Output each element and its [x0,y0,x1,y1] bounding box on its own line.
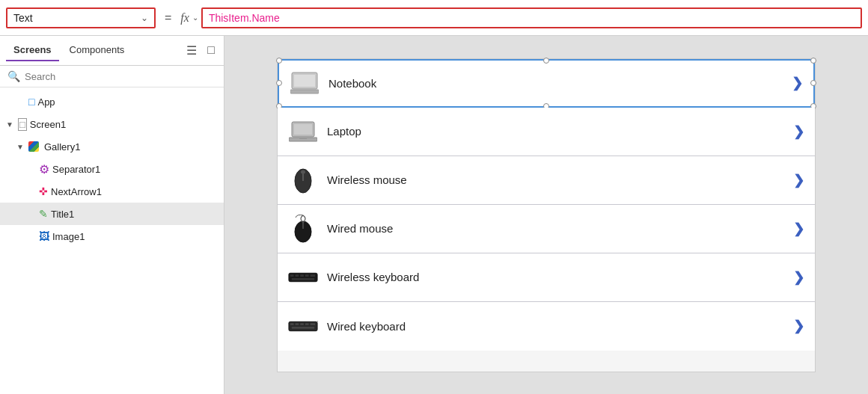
tree-label-image: Image1 [52,231,85,242]
wireless-keyboard-svg [288,271,318,283]
wireless-mouse-image [288,167,318,194]
gallery-icon [28,141,39,152]
handle-tl[interactable] [276,58,282,64]
property-selector[interactable]: Text ⌄ [6,7,156,28]
tree-item-nextarrow1[interactable]: ✜ NextArrow1 [0,180,224,203]
main-area: Screens Components ☰ □ 🔍 □ App ▼ □ Scree… [0,36,868,394]
search-box: 🔍 [0,66,224,87]
laptop-image [288,118,318,145]
wireless-mouse-label: Wireless mouse [327,173,784,186]
gallery-frame: Notebook ❯ Laptop ❯ [277,58,816,372]
svg-rect-20 [290,323,294,325]
list-view-icon[interactable]: ☰ [183,42,200,59]
title-icon: ✎ [39,208,48,220]
laptop-label: Laptop [327,125,784,138]
svg-rect-25 [292,327,314,329]
wired-mouse-image [288,215,318,242]
svg-rect-2 [290,90,319,93]
wired-keyboard-image [288,313,318,339]
svg-rect-6 [299,138,307,139]
nextarrow-icon: ✜ [39,185,48,197]
image-icon: 🖼 [39,230,49,242]
notebook-svg [290,71,319,95]
search-icon: 🔍 [7,70,20,82]
formula-value: ThisItem.Name [209,12,280,24]
property-dropdown-arrow[interactable]: ⌄ [141,13,148,23]
wired-mouse-label: Wired mouse [327,222,784,235]
separator-icon: ⚙ [39,162,49,176]
svg-rect-22 [300,323,304,325]
tree-toggle-title [27,210,36,218]
tree-toggle-image [27,233,36,241]
gallery-item-notebook[interactable]: Notebook ❯ [278,59,815,108]
wireless-keyboard-arrow: ❯ [793,269,804,286]
grid-view-icon[interactable]: □ [204,42,218,59]
notebook-label: Notebook [328,77,783,90]
svg-rect-15 [300,274,304,277]
gallery-item-wired-mouse[interactable]: Wired mouse ❯ [278,205,815,253]
tree-item-screen1[interactable]: ▼ □ Screen1 [0,113,224,135]
tree-item-gallery1[interactable]: ▼ Gallery1 [0,135,224,158]
handle-mr[interactable] [810,80,816,86]
svg-rect-16 [305,274,309,277]
canvas-area: Notebook ❯ Laptop ❯ [224,36,868,394]
svg-rect-19 [289,321,317,330]
wireless-keyboard-image [288,264,318,291]
gallery-item-wireless-keyboard[interactable]: Wireless keyboard ❯ [278,253,815,302]
app-icon: □ [28,96,34,108]
tree-item-title1[interactable]: ✎ Title1 [0,203,224,225]
tree-label-nextarrow: NextArrow1 [51,186,102,197]
left-panel: Screens Components ☰ □ 🔍 □ App ▼ □ Scree… [0,36,224,394]
notebook-image [290,70,320,96]
tree-area: □ App ▼ □ Screen1 ▼ Gallery1 ⚙ Separator… [0,87,224,394]
handle-ml[interactable] [276,80,282,86]
svg-rect-12 [289,273,317,281]
tree-toggle-app [16,98,25,106]
svg-rect-13 [290,274,294,277]
tree-toggle-gallery1: ▼ [16,143,25,151]
svg-rect-14 [296,274,299,277]
tree-label-gallery1: Gallery1 [44,141,80,153]
fx-dropdown-arrow[interactable]: ⌄ [192,13,198,22]
svg-rect-18 [292,277,314,280]
wired-keyboard-arrow: ❯ [793,318,804,334]
laptop-svg [289,120,317,144]
formula-bar: fx ⌄ ThisItem.Name [180,7,862,28]
top-bar: Text ⌄ = fx ⌄ ThisItem.Name [0,0,868,36]
laptop-arrow: ❯ [793,123,804,140]
search-input[interactable] [25,71,216,82]
tab-screens[interactable]: Screens [6,40,59,61]
tab-components[interactable]: Components [62,40,132,61]
tree-item-app[interactable]: □ App [0,90,224,113]
tree-label-app: App [37,96,55,108]
tabs-row: Screens Components ☰ □ [0,36,224,66]
handle-tr[interactable] [810,58,816,64]
svg-rect-4 [294,124,312,135]
tree-toggle-nextarrow [27,188,36,196]
handle-tm[interactable] [543,58,549,64]
tree-label-title: Title1 [51,209,74,220]
svg-rect-23 [305,323,309,325]
tree-item-image1[interactable]: 🖼 Image1 [0,225,224,247]
wired-mouse-arrow: ❯ [793,221,804,237]
wireless-mouse-arrow: ❯ [793,172,804,188]
tree-label-screen1: Screen1 [30,119,66,130]
formula-input[interactable]: ThisItem.Name [201,7,862,28]
equals-sign: = [162,11,174,25]
svg-point-9 [301,170,305,173]
wireless-mouse-svg [293,166,314,194]
screen-icon: □ [18,118,27,131]
svg-rect-21 [296,323,299,325]
tree-item-separator1[interactable]: ⚙ Separator1 [0,158,224,180]
tree-toggle-sep [27,165,36,173]
notebook-arrow: ❯ [792,75,803,91]
svg-rect-24 [311,323,316,325]
svg-rect-1 [294,75,315,87]
wired-keyboard-svg [288,319,318,333]
gallery-item-wireless-mouse[interactable]: Wireless mouse ❯ [278,156,815,205]
fx-label: fx [180,11,189,25]
wireless-keyboard-label: Wireless keyboard [327,271,784,283]
gallery-item-wired-keyboard[interactable]: Wired keyboard ❯ [278,302,815,351]
tree-toggle-screen1: ▼ [6,120,15,129]
gallery-item-laptop[interactable]: Laptop ❯ [278,108,815,156]
